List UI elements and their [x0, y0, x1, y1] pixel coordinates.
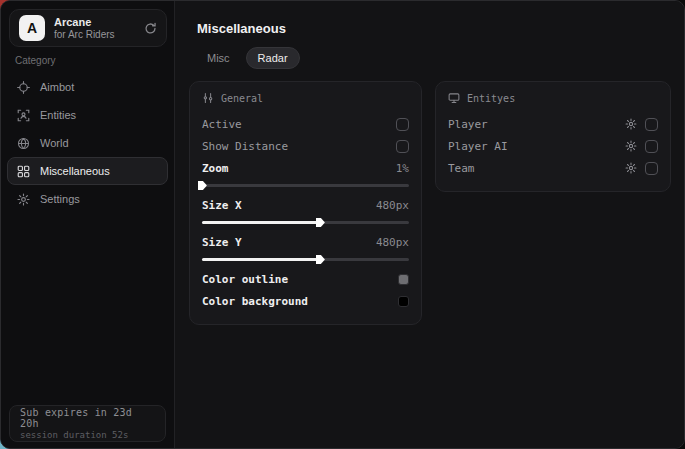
crosshair-icon — [17, 81, 30, 94]
size-x-slider-thumb[interactable] — [316, 218, 325, 227]
player-checkbox[interactable] — [645, 118, 658, 131]
entity-row-team: Team — [448, 157, 658, 179]
size-y-label: Size Y — [202, 236, 242, 249]
zoom-value: 1% — [396, 162, 409, 175]
tab-radar[interactable]: Radar — [246, 47, 300, 69]
toggle-row-active: Active — [202, 113, 409, 135]
entities-icon — [17, 109, 30, 122]
category-label: Category — [15, 55, 56, 66]
entities-panel: Entityes Player Player AI — [435, 81, 671, 192]
size-x-label-row: Size X 480px — [202, 194, 409, 216]
monitor-icon — [448, 92, 460, 104]
zoom-slider[interactable] — [202, 180, 409, 190]
size-x-value: 480px — [376, 199, 409, 212]
toggle-row-show-distance: Show Distance — [202, 135, 409, 157]
player-settings-gear-icon[interactable] — [625, 118, 637, 130]
player-label: Player — [448, 118, 488, 131]
sidebar-nav: Aimbot Entities World — [7, 73, 168, 213]
sidebar: A Arcane for Arc Riders Category — [1, 1, 175, 448]
player-ai-label: Player AI — [448, 140, 508, 153]
entity-row-player: Player — [448, 113, 658, 135]
sidebar-item-label: Entities — [40, 109, 76, 121]
app-title: Arcane — [54, 16, 115, 29]
sidebar-item-aimbot[interactable]: Aimbot — [7, 73, 168, 101]
gear-icon — [17, 193, 30, 206]
general-panel-title: General — [221, 93, 263, 104]
sidebar-item-entities[interactable]: Entities — [7, 101, 168, 129]
session-duration: session duration 52s — [20, 430, 155, 440]
tab-bar: Misc Radar — [195, 47, 300, 69]
sidebar-item-world[interactable]: World — [7, 129, 168, 157]
globe-icon — [17, 137, 30, 150]
team-settings-gear-icon[interactable] — [625, 162, 637, 174]
page-title: Miscellaneous — [197, 21, 286, 36]
sidebar-item-settings[interactable]: Settings — [7, 185, 168, 213]
show-distance-label: Show Distance — [202, 140, 288, 153]
sidebar-item-label: Settings — [40, 193, 80, 205]
sidebar-item-label: Miscellaneous — [40, 165, 110, 177]
show-distance-checkbox[interactable] — [396, 140, 409, 153]
sliders-icon — [202, 92, 214, 104]
color-background-row: Color background — [202, 290, 409, 312]
zoom-label-row: Zoom 1% — [202, 157, 409, 179]
entity-row-player-ai: Player AI — [448, 135, 658, 157]
team-checkbox[interactable] — [645, 162, 658, 175]
color-background-swatch[interactable] — [398, 296, 409, 307]
size-y-value: 480px — [376, 236, 409, 249]
sidebar-item-miscellaneous[interactable]: Miscellaneous — [7, 157, 168, 185]
size-y-slider-thumb[interactable] — [316, 255, 325, 264]
size-y-label-row: Size Y 480px — [202, 231, 409, 253]
color-background-label: Color background — [202, 295, 308, 308]
active-checkbox[interactable] — [396, 118, 409, 131]
zoom-label: Zoom — [202, 162, 229, 175]
general-panel: General Active Show Distance Zoom 1% Siz… — [189, 81, 422, 325]
size-x-label: Size X — [202, 199, 242, 212]
tab-misc[interactable]: Misc — [195, 47, 242, 69]
logo-card: A Arcane for Arc Riders — [9, 9, 167, 47]
subscription-card: Sub expires in 23d 20h session duration … — [9, 405, 166, 442]
entities-panel-title: Entityes — [467, 93, 515, 104]
sidebar-item-label: Aimbot — [40, 81, 74, 93]
team-label: Team — [448, 162, 475, 175]
size-y-slider[interactable] — [202, 254, 409, 264]
color-outline-swatch[interactable] — [398, 274, 409, 285]
size-x-slider[interactable] — [202, 217, 409, 227]
app-subtitle: for Arc Riders — [54, 29, 115, 41]
zoom-slider-thumb[interactable] — [198, 181, 207, 190]
subscription-expiry: Sub expires in 23d 20h — [20, 407, 155, 429]
player-ai-settings-gear-icon[interactable] — [625, 140, 637, 152]
color-outline-row: Color outline — [202, 268, 409, 290]
player-ai-checkbox[interactable] — [645, 140, 658, 153]
app-window: A Arcane for Arc Riders Category — [0, 0, 685, 449]
sidebar-item-label: World — [40, 137, 69, 149]
main-content: Miscellaneous Misc Radar General Active — [175, 1, 684, 448]
active-label: Active — [202, 118, 242, 131]
color-outline-label: Color outline — [202, 273, 288, 286]
refresh-icon[interactable] — [144, 22, 157, 35]
grid-icon — [17, 165, 30, 178]
app-logo: A — [19, 15, 45, 41]
